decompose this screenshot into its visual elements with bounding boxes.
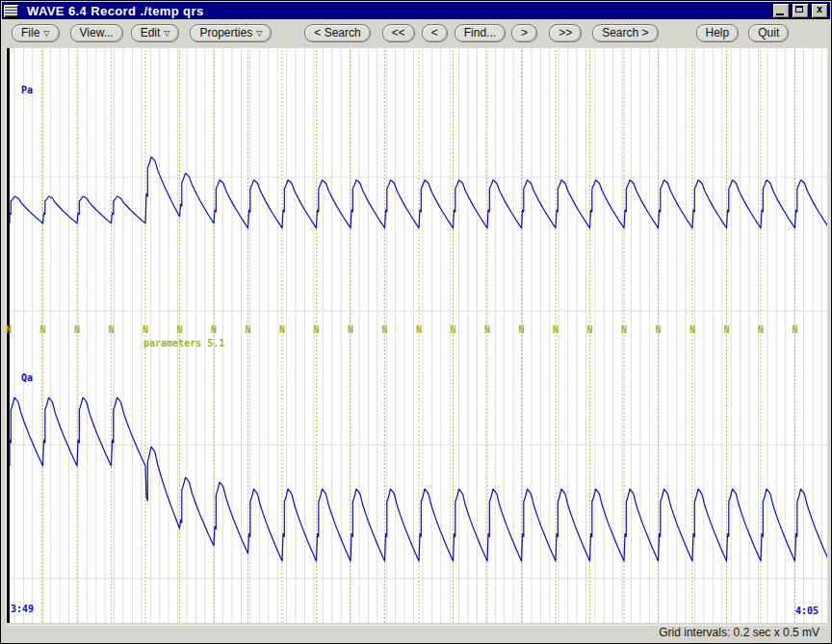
svg-text:N: N — [553, 324, 559, 335]
svg-text:N: N — [143, 324, 148, 335]
toolbar-button-search-back[interactable]: < Search — [304, 24, 370, 42]
window-title: WAVE 6.4 Record ./temp qrs — [27, 4, 204, 18]
toolbar-button-label: Edit — [141, 26, 161, 39]
svg-text:N: N — [74, 324, 80, 335]
svg-text:N: N — [348, 324, 353, 335]
toolbar-button-label: File — [21, 26, 39, 39]
svg-text:N: N — [6, 324, 12, 335]
svg-text:N: N — [108, 324, 114, 335]
close-icon: x — [812, 3, 827, 15]
toolbar-button-edit[interactable]: Edit▽ — [131, 24, 180, 42]
toolbar-button-back[interactable]: < — [422, 24, 448, 42]
maximize-button[interactable] — [792, 3, 809, 18]
menu-triangle-icon: ▽ — [43, 29, 49, 38]
toolbar-button-label: << — [392, 26, 405, 39]
toolbar-button-label: View... — [80, 26, 114, 39]
svg-text:N: N — [211, 324, 217, 335]
toolbar-button-view[interactable]: View... — [70, 24, 123, 42]
toolbar-button-search-forward[interactable]: Search > — [592, 24, 658, 42]
signal-label-pa: Pa — [21, 85, 33, 95]
waveform-svg: NNNNNNNNNNNNNNNNNNNNNNNN — [6, 48, 827, 623]
toolbar-button-fast-forward[interactable]: >> — [549, 24, 582, 42]
toolbar-button-help[interactable]: Help — [696, 24, 740, 42]
signal-canvas[interactable]: NNNNNNNNNNNNNNNNNNNNNNNN Pa Qa parameter… — [6, 48, 827, 623]
svg-text:N: N — [279, 324, 285, 335]
time-start-label: 3:49 — [11, 604, 34, 614]
wave-app-window: WAVE 6.4 Record ./temp qrs x File▽View..… — [0, 0, 832, 644]
toolbar-button-quit[interactable]: Quit — [748, 24, 789, 42]
minimize-button[interactable] — [772, 3, 790, 18]
svg-text:N: N — [758, 324, 764, 335]
svg-text:N: N — [313, 324, 319, 335]
toolbar-button-label: < — [431, 26, 438, 39]
toolbar-button-file[interactable]: File▽ — [12, 24, 60, 42]
annotation-aux-label: parameters 5.1 — [143, 338, 224, 348]
signal-label-qa: Qa — [21, 373, 33, 383]
toolbar-button-label: >> — [559, 26, 572, 39]
svg-text:N: N — [689, 324, 695, 335]
svg-text:N: N — [723, 324, 729, 335]
svg-text:N: N — [176, 324, 182, 335]
svg-text:N: N — [450, 324, 455, 335]
svg-text:N: N — [39, 324, 45, 335]
maximize-icon — [795, 6, 803, 13]
toolbar-button-fast-back[interactable]: << — [382, 24, 415, 42]
svg-text:N: N — [484, 324, 490, 335]
window-menu-icon[interactable] — [3, 4, 19, 18]
workarea: NNNNNNNNNNNNNNNNNNNNNNNN Pa Qa parameter… — [2, 47, 830, 642]
toolbar-button-label: Properties — [199, 26, 252, 39]
titlebar: WAVE 6.4 Record ./temp qrs x — [2, 2, 830, 19]
minimize-icon — [776, 13, 784, 15]
svg-text:N: N — [792, 324, 797, 335]
toolbar-button-label: < Search — [314, 26, 360, 39]
svg-text:N: N — [416, 324, 422, 335]
svg-text:N: N — [381, 324, 387, 335]
toolbar-button-label: > — [521, 26, 528, 39]
window-controls: x — [772, 3, 828, 18]
grid-interval-label: Grid intervals: 0.2 sec x 0.5 mV — [659, 626, 819, 639]
toolbar-button-forward[interactable]: > — [511, 24, 537, 42]
toolbar-button-label: Find... — [464, 26, 496, 39]
toolbar-button-label: Help — [706, 26, 730, 39]
toolbar-button-find[interactable]: Find... — [455, 24, 506, 42]
menu-triangle-icon: ▽ — [164, 29, 169, 38]
toolbar-button-label: Search > — [602, 26, 648, 39]
toolbar: File▽View...Edit▽Properties▽< Search<<<F… — [2, 19, 830, 48]
toolbar-button-label: Quit — [758, 26, 779, 39]
close-button[interactable]: x — [811, 3, 828, 18]
statusbar: Grid intervals: 0.2 sec x 0.5 mV — [6, 625, 827, 640]
svg-text:N: N — [518, 324, 524, 335]
svg-text:N: N — [245, 324, 250, 335]
toolbar-button-properties[interactable]: Properties▽ — [190, 24, 272, 42]
svg-text:N: N — [586, 324, 592, 335]
svg-text:N: N — [621, 324, 627, 335]
menu-triangle-icon: ▽ — [256, 29, 262, 38]
time-end-label: 4:05 — [795, 605, 819, 616]
svg-text:N: N — [655, 324, 661, 335]
